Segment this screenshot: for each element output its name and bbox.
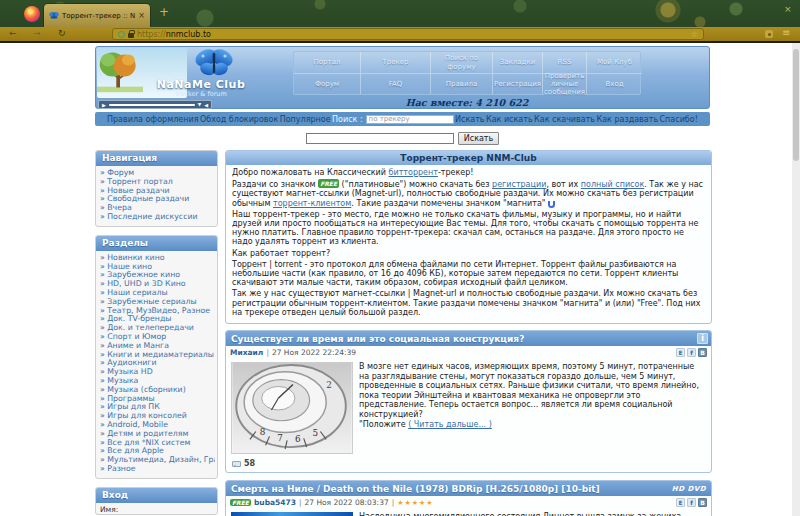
nav-thanks-link[interactable]: Спасибо! [660, 115, 698, 124]
section-link[interactable]: » Музыка [100, 377, 215, 386]
new-tab-icon[interactable]: + [159, 5, 169, 19]
sidebar-item-free-releases[interactable]: » Свободные раздачи [100, 195, 215, 204]
menu-register[interactable]: Регистрация [492, 73, 542, 94]
comment-bubble-icon[interactable] [232, 461, 241, 467]
registration-link[interactable]: регистрации [492, 180, 546, 189]
section-link[interactable]: » Аудиокниги [100, 359, 215, 368]
info-icon[interactable]: i [697, 333, 708, 344]
menu-hamburger-icon[interactable]: ≡ [782, 27, 790, 38]
facebook-share-icon[interactable]: f [687, 348, 696, 357]
back-icon[interactable]: ← [9, 28, 17, 38]
audio-player[interactable]: ▶ ▼ ◀ [98, 100, 212, 109]
window-close-icon[interactable]: × [784, 4, 792, 14]
menu-check-pm[interactable]: Проверить личные сообщения [542, 73, 586, 94]
forward-icon[interactable]: → [33, 28, 41, 38]
vk-share-icon[interactable]: В [698, 498, 707, 507]
menu-faq[interactable]: FAQ [360, 73, 430, 94]
section-link[interactable]: » Зарубежные сериалы [100, 298, 215, 307]
header-menu: Портал Трекер Поиск по форуму Закладки R… [293, 51, 641, 95]
section-link[interactable]: » Мультимедиа, Дизайн, Графика [100, 456, 215, 465]
sidebar-item-last-discussions[interactable]: » Последние дискуссии [100, 213, 215, 222]
menu-forum[interactable]: Форум [294, 73, 360, 94]
tab-close-icon[interactable]: × [138, 11, 145, 20]
section-link[interactable]: » Театр, МузВидео, Разное [100, 307, 215, 316]
vk-share-icon[interactable]: В [698, 348, 707, 357]
lj-share-icon[interactable]: Е [676, 498, 685, 507]
lock-icon[interactable] [128, 33, 134, 38]
bittorrent-link[interactable]: битторрент [389, 168, 438, 177]
menu-tracker[interactable]: Трекер [360, 52, 430, 73]
section-link[interactable]: » Док. TV-бренды [100, 315, 215, 324]
center-search-button[interactable]: Искать [458, 132, 500, 145]
nav-how-download-link[interactable]: Как скачивать [534, 115, 595, 124]
menu-forum-search[interactable]: Поиск по форуму [430, 52, 492, 73]
page-scrollbar[interactable] [792, 43, 800, 516]
article-author-link[interactable]: buba5473 [254, 498, 296, 507]
url-bar[interactable]: https:// nnmclub.to ☆ [112, 28, 704, 40]
section-link[interactable]: » Зарубежное кино [100, 271, 215, 280]
section-link[interactable]: » Все для Apple [100, 447, 215, 456]
section-link[interactable]: » Разное [100, 465, 215, 474]
firefox-icon[interactable] [24, 6, 40, 22]
full-list-link[interactable]: полный список [581, 180, 644, 189]
bookmark-star-icon[interactable]: ☆ [691, 30, 698, 39]
section-link[interactable]: » Аниме и Манга [100, 342, 215, 351]
section-link[interactable]: » Док. и телепередачи [100, 324, 215, 333]
sidebar-item-new-releases[interactable]: » Новые раздачи [100, 187, 215, 196]
section-link[interactable]: » Детям и родителям [100, 430, 215, 439]
section-link[interactable]: » HD, UHD и 3D Кино [100, 280, 215, 289]
section-link[interactable]: » Android, Mobile [100, 421, 215, 430]
movie-poster-image[interactable]: PETER USTINOV JANE BIRKIN BETTE DAVIS JO… [231, 512, 353, 516]
separator: | [299, 498, 302, 507]
read-more-link[interactable]: ( Читать дальше... ) [408, 420, 492, 429]
volume-icon[interactable]: ◀ [204, 102, 208, 108]
menu-bookmarks[interactable]: Закладки [492, 52, 542, 73]
nav-bypass-link[interactable]: Обход блокировок [200, 115, 278, 124]
reload-icon[interactable]: ↻ [58, 28, 66, 38]
tracker-search-input[interactable] [366, 115, 454, 124]
menu-rules[interactable]: Правила [430, 73, 492, 94]
scrollbar-thumb[interactable] [793, 49, 799, 161]
section-link[interactable]: » Наши сериалы [100, 289, 215, 298]
shield-icon[interactable] [118, 31, 125, 38]
torrent-client-link[interactable]: торрент-клиентом [273, 199, 351, 208]
section-link[interactable]: » Новинки кино [100, 254, 215, 263]
sidebar-item-forum[interactable]: » Форум [100, 169, 215, 178]
free-badge: FREE [318, 179, 339, 188]
menu-rss[interactable]: RSS [542, 52, 586, 73]
section-link[interactable]: » Книги и медиаматериалы [100, 351, 215, 360]
menu-login[interactable]: Вход [586, 73, 642, 94]
facebook-share-icon[interactable]: f [687, 498, 696, 507]
section-link[interactable]: » Спорт и Юмор [100, 333, 215, 342]
article-author-link[interactable]: Михаил [230, 348, 263, 357]
section-link[interactable]: » Музыка (сборники) [100, 386, 215, 395]
article-date: 27 Ноя 2022 08:03:37 [304, 498, 388, 507]
player-track[interactable] [109, 104, 195, 106]
menu-portal[interactable]: Портал [294, 52, 360, 73]
play-icon[interactable]: ▶ [102, 102, 106, 108]
comment-count[interactable]: 58 [244, 459, 255, 468]
extension-icon[interactable] [765, 30, 773, 38]
section-link[interactable]: » Игры для консолей [100, 412, 215, 421]
section-link[interactable]: » Все для *NIX систем [100, 439, 215, 448]
section-link[interactable]: » Игры для ПК [100, 403, 215, 412]
section-link[interactable]: » Музыка HD [100, 368, 215, 377]
sidebar-sections-title: Разделы [96, 236, 217, 251]
nav-popular-link[interactable]: Популярное [280, 115, 331, 124]
nav-search-action-link[interactable]: Искать [455, 115, 485, 124]
player-dropdown-icon[interactable]: ▼ [198, 102, 201, 107]
article-title[interactable]: Существует ли время или это социальная к… [226, 334, 524, 344]
center-search-input[interactable] [306, 133, 454, 144]
menu-my-club[interactable]: Мой Клуб [586, 52, 642, 73]
lj-share-icon[interactable]: Е [676, 348, 685, 357]
url-scheme: https:// [137, 30, 166, 39]
nav-how-seed-link[interactable]: Как раздавать [596, 115, 658, 124]
sidebar-item-yesterday[interactable]: » Вчера [100, 204, 215, 213]
section-link[interactable]: » Наше кино [100, 263, 215, 272]
sidebar-item-torrent-portal[interactable]: » Торрент портал [100, 178, 215, 187]
nav-how-search-link[interactable]: Как искать [486, 115, 533, 124]
browser-tab[interactable]: Торрент-трекер :: NNM-Club × [44, 4, 150, 27]
nav-rules-link[interactable]: Правила оформления [107, 115, 199, 124]
article-title[interactable]: Смерть на Ниле / Death on the Nile (1978… [226, 484, 600, 494]
section-link[interactable]: » Программы [100, 395, 215, 404]
